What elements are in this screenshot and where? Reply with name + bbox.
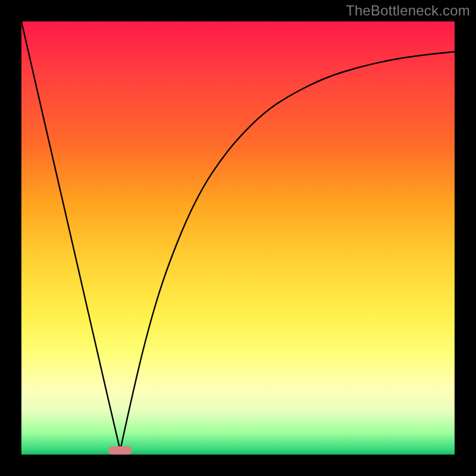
bottleneck-curve <box>21 21 455 450</box>
watermark-text: TheBottleneck.com <box>346 2 470 19</box>
plot-area <box>21 21 455 455</box>
curve-layer <box>21 21 455 455</box>
chart-frame: TheBottleneck.com <box>0 0 476 476</box>
minimum-marker <box>108 446 133 455</box>
